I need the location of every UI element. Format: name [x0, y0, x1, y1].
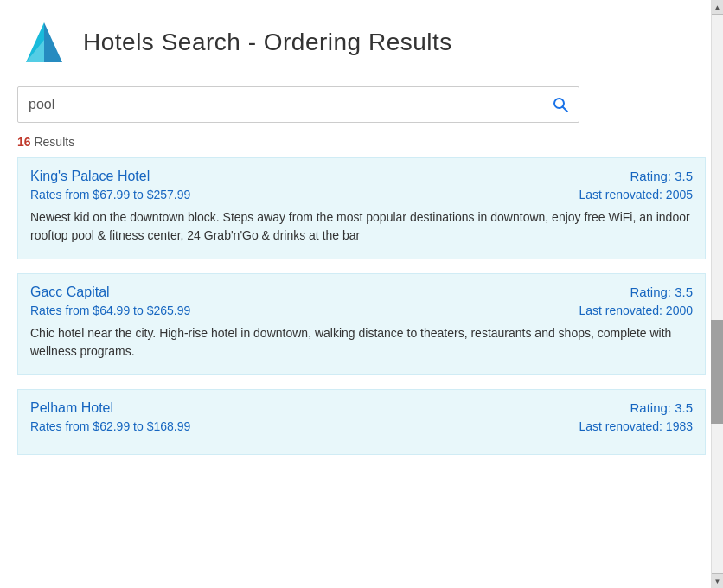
- hotel-card-subheader: Rates from $64.99 to $265.99 Last renova…: [30, 304, 693, 317]
- results-count-area: 16 Results: [0, 128, 723, 157]
- hotel-rates: Rates from $67.99 to $257.99: [30, 188, 190, 201]
- scrollbar-thumb[interactable]: [711, 320, 723, 424]
- hotel-card: Pelham Hotel Rating: 3.5 Rates from $62.…: [17, 389, 706, 455]
- hotel-rating: Rating: 3.5: [630, 284, 693, 299]
- hotel-renovated: Last renovated: 1983: [579, 419, 693, 433]
- hotel-name[interactable]: King's Palace Hotel: [30, 169, 150, 184]
- search-icon: [552, 96, 569, 113]
- hotel-name[interactable]: Pelham Hotel: [30, 400, 113, 416]
- search-button[interactable]: [542, 86, 579, 123]
- hotel-card-header: Gacc Capital Rating: 3.5: [30, 284, 693, 300]
- hotel-rates: Rates from $64.99 to $265.99: [30, 304, 190, 317]
- hotel-card-subheader: Rates from $67.99 to $257.99 Last renova…: [30, 188, 693, 201]
- svg-line-5: [563, 107, 568, 112]
- scrollbar-track: ▲ ▼: [711, 0, 723, 588]
- hotel-renovated: Last renovated: 2005: [579, 188, 693, 201]
- results-count-label: Results: [34, 135, 74, 149]
- hotel-card-header: King's Palace Hotel Rating: 3.5: [30, 169, 693, 184]
- search-area: [0, 78, 723, 128]
- hotel-name[interactable]: Gacc Capital: [30, 284, 110, 300]
- hotel-card-header: Pelham Hotel Rating: 3.5: [30, 400, 693, 416]
- hotel-rating: Rating: 3.5: [630, 169, 693, 183]
- header: Hotels Search - Ordering Results: [0, 0, 723, 78]
- hotel-rating: Rating: 3.5: [630, 400, 693, 415]
- hotel-card: Gacc Capital Rating: 3.5 Rates from $64.…: [17, 273, 706, 375]
- hotel-card: King's Palace Hotel Rating: 3.5 Rates fr…: [17, 157, 706, 259]
- hotel-card-subheader: Rates from $62.99 to $168.99 Last renova…: [30, 419, 693, 433]
- results-count-number: 16: [17, 135, 31, 149]
- scrollbar-down-arrow[interactable]: ▼: [712, 573, 723, 588]
- page-title: Hotels Search - Ordering Results: [83, 29, 452, 56]
- app-logo: [17, 16, 71, 69]
- search-input[interactable]: [18, 97, 542, 112]
- hotel-description: Chic hotel near the city. High-rise hote…: [30, 324, 693, 361]
- svg-marker-2: [44, 22, 62, 62]
- search-box: [17, 86, 579, 123]
- results-list: King's Palace Hotel Rating: 3.5 Rates fr…: [0, 157, 723, 588]
- hotel-description: Newest kid on the downtown block. Steps …: [30, 208, 693, 245]
- app-container: ▲ ▼ Hotels Search - Ordering Results: [0, 0, 723, 588]
- hotel-rates: Rates from $62.99 to $168.99: [30, 419, 190, 433]
- hotel-renovated: Last renovated: 2000: [579, 304, 693, 317]
- scrollbar-up-arrow[interactable]: ▲: [712, 0, 723, 15]
